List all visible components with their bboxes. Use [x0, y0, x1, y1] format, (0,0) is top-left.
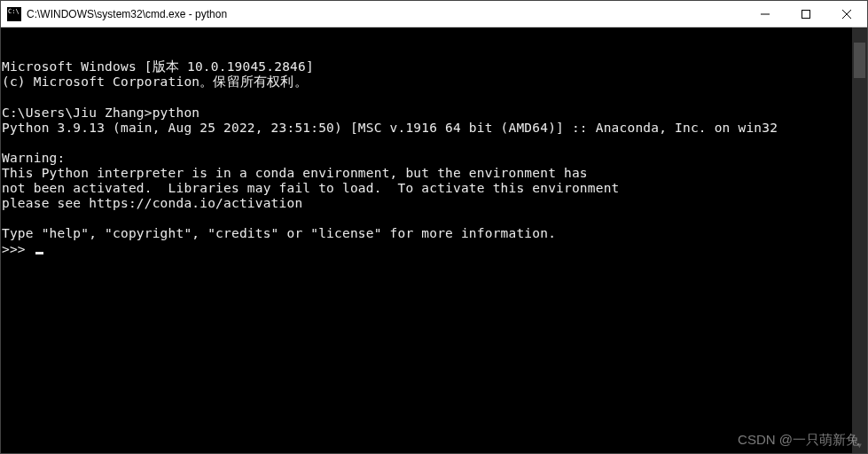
terminal-line: Warning: [2, 151, 867, 166]
terminal-line [2, 90, 867, 105]
scroll-thumb[interactable] [854, 43, 865, 78]
terminal-line: This Python interpreter is in a conda en… [2, 166, 867, 181]
window-title: C:\WINDOWS\system32\cmd.exe - python [27, 8, 745, 20]
titlebar[interactable]: C:\WINDOWS\system32\cmd.exe - python [1, 1, 867, 27]
terminal-line: Python 3.9.13 (main, Aug 25 2022, 23:51:… [2, 121, 867, 136]
cmd-window: C:\WINDOWS\system32\cmd.exe - python Mic… [0, 0, 868, 454]
python-prompt[interactable]: >>> [2, 242, 867, 257]
cursor [35, 252, 43, 254]
scrollbar[interactable]: ▲ ▼ [852, 27, 867, 453]
terminal-line [2, 211, 867, 226]
terminal-line: please see https://conda.io/activation [2, 196, 867, 211]
terminal-line: not been activated. Libraries may fail t… [2, 181, 867, 196]
terminal-line: C:\Users\Jiu Zhang>python [2, 106, 867, 121]
terminal-line: (c) Microsoft Corporation。保留所有权利。 [2, 74, 867, 90]
cmd-icon [7, 7, 21, 21]
terminal-line: Microsoft Windows [版本 10.0.19045.2846] [2, 59, 867, 74]
terminal-area[interactable]: Microsoft Windows [版本 10.0.19045.2846](c… [1, 27, 867, 453]
svg-rect-1 [802, 10, 810, 18]
scroll-down-arrow[interactable]: ▼ [852, 438, 867, 453]
terminal-line: Type "help", "copyright", "credits" or "… [2, 226, 867, 241]
window-controls [745, 1, 867, 27]
terminal-content: Microsoft Windows [版本 10.0.19045.2846](c… [2, 59, 867, 256]
terminal-line [2, 136, 867, 151]
close-button[interactable] [826, 1, 867, 27]
maximize-button[interactable] [786, 1, 826, 27]
minimize-button[interactable] [745, 1, 786, 27]
